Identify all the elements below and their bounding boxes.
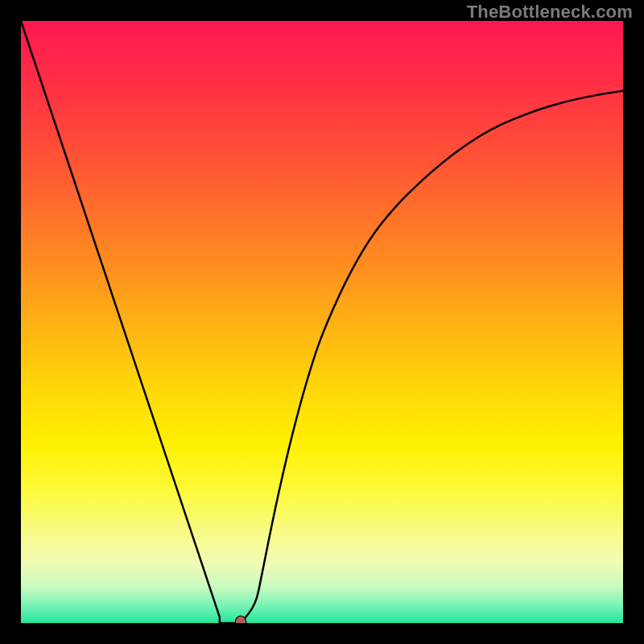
watermark-text: TheBottleneck.com (467, 2, 633, 23)
chart-frame: TheBottleneck.com (0, 0, 644, 644)
chart-svg (21, 21, 623, 623)
plot-area (21, 21, 623, 623)
